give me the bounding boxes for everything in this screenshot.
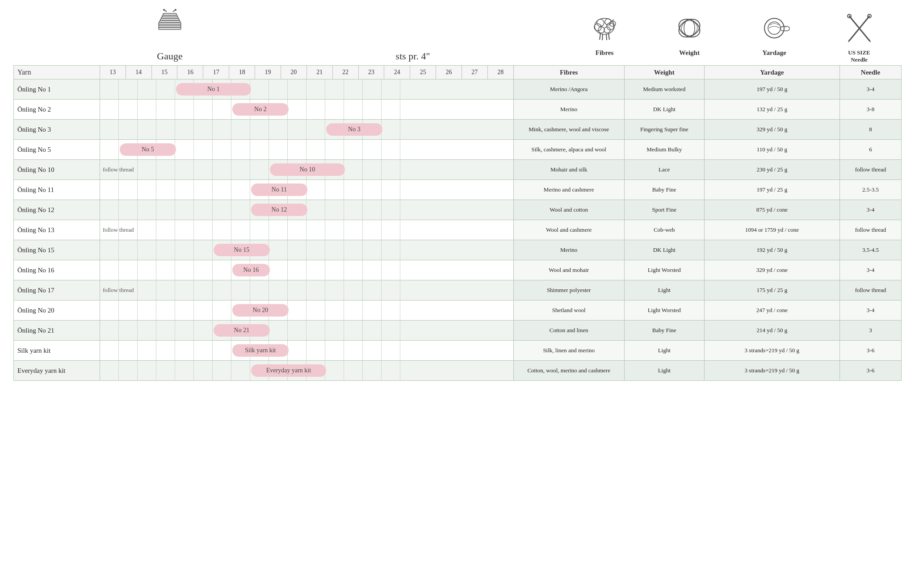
gauge-bar-cell: No 11 xyxy=(100,180,513,200)
td-weight: Light xyxy=(624,361,704,381)
td-needle: 3-4 xyxy=(839,260,901,280)
td-fibres: Wool and mohair xyxy=(513,260,624,280)
th-21: 21 xyxy=(306,66,332,79)
sts-label: sts pr. 4" xyxy=(264,50,562,62)
th-16: 16 xyxy=(177,66,203,79)
td-yarn: Önling No 17 xyxy=(14,280,100,300)
gauge-bar-cell: No 5 xyxy=(100,140,513,160)
svg-line-23 xyxy=(602,34,603,40)
header-labels-row: Gauge sts pr. 4" Fibres Weight Yardage U… xyxy=(13,49,902,63)
svg-rect-8 xyxy=(159,28,181,29)
th-22: 22 xyxy=(332,66,358,79)
td-fibres: Shimmer polyester xyxy=(513,280,624,300)
table-row: Everyday yarn kitEveryday yarn kitCotton… xyxy=(14,361,902,381)
td-needle: follow thread xyxy=(839,160,901,180)
svg-line-22 xyxy=(600,33,600,40)
td-yarn: Önling No 5 xyxy=(14,140,100,160)
svg-point-11 xyxy=(163,9,165,11)
needle-header: US SIZE Needle xyxy=(817,49,902,63)
gauge-bar-cell: No 16 xyxy=(100,260,513,280)
th-fibres: Fibres xyxy=(513,66,624,79)
svg-point-12 xyxy=(175,9,176,11)
svg-line-25 xyxy=(609,33,609,40)
td-needle: 3-6 xyxy=(839,361,901,381)
td-yardage: 230 yd / 25 g xyxy=(704,160,839,180)
td-fibres: Silk, cashmere, alpaca and wool xyxy=(513,140,624,160)
main-table: Yarn 13 14 15 16 17 18 19 20 21 22 23 24… xyxy=(13,65,902,381)
table-row: Önling No 3No 3Mink, cashmere, wool and … xyxy=(14,120,902,140)
td-weight: Sport Fine xyxy=(624,200,704,220)
table-row: Önling No 21No 21Cotton and linenBaby Fi… xyxy=(14,321,902,341)
td-fibres: Mink, cashmere, wool and viscose xyxy=(513,120,624,140)
gauge-bar-cell: No 21 xyxy=(100,321,513,341)
th-20: 20 xyxy=(281,66,306,79)
th-15: 15 xyxy=(151,66,177,79)
td-yardage: 329 yd / 50 g xyxy=(704,120,839,140)
td-needle: follow thread xyxy=(839,280,901,300)
table-row: Önling No 10follow threadNo 10Mohair and… xyxy=(14,160,902,180)
td-needle: 3-6 xyxy=(839,341,901,361)
td-yardage: 175 yd / 25 g xyxy=(704,280,839,300)
gauge-bar: No 5 xyxy=(120,143,176,156)
th-26: 26 xyxy=(436,66,462,79)
td-yardage: 329 yd / cone xyxy=(704,260,839,280)
td-yarn: Silk yarn kit xyxy=(14,341,100,361)
td-yardage: 197 yd / 25 g xyxy=(704,180,839,200)
weight-header: Weight xyxy=(647,49,732,63)
gauge-bar-cell: No 2 xyxy=(100,100,513,120)
gauge-bar-cell: No 15 xyxy=(100,240,513,260)
svg-rect-32 xyxy=(781,26,789,31)
td-weight: Fingering Super fine xyxy=(624,120,704,140)
table-row: Önling No 12No 12Wool and cottonSport Fi… xyxy=(14,200,902,220)
td-needle: 3-4 xyxy=(839,300,901,321)
td-fibres: Wool and cashmere xyxy=(513,220,624,240)
td-weight: Lace xyxy=(624,160,704,180)
gauge-bar: No 2 xyxy=(232,103,289,116)
right-labels: Fibres Weight Yardage US SIZE Needle xyxy=(562,49,902,63)
th-28: 28 xyxy=(487,66,513,79)
td-yarn: Önling No 11 xyxy=(14,180,100,200)
td-fibres: Merino xyxy=(513,100,624,120)
svg-line-41 xyxy=(869,40,870,42)
table-row: Önling No 11No 11Merino and cashmereBaby… xyxy=(14,180,902,200)
table-row: Silk yarn kitSilk yarn kitSilk, linen an… xyxy=(14,341,902,361)
gauge-bar-cell: No 1 xyxy=(100,79,513,100)
td-fibres: Cotton, wool, merino and cashmere xyxy=(513,361,624,381)
th-19: 19 xyxy=(255,66,281,79)
gauge-bar-cell: follow thread xyxy=(100,220,513,240)
table-row: Önling No 15No 15MerinoDK Light192 yd / … xyxy=(14,240,902,260)
td-fibres: Mohair and silk xyxy=(513,160,624,180)
gauge-bar-cell: No 12 xyxy=(100,200,513,220)
td-needle: 8 xyxy=(839,120,901,140)
td-fibres: Merino and cashmere xyxy=(513,180,624,200)
td-yarn: Önling No 1 xyxy=(14,79,100,100)
th-weight: Weight xyxy=(624,66,704,79)
sheep-icon xyxy=(586,9,624,49)
td-weight: Medium worksted xyxy=(624,79,704,100)
gauge-bar: Silk yarn kit xyxy=(232,344,289,357)
td-weight: Medium Bulky xyxy=(624,140,704,160)
th-14: 14 xyxy=(126,66,151,79)
td-fibres: Merino xyxy=(513,240,624,260)
th-17: 17 xyxy=(203,66,229,79)
th-13: 13 xyxy=(100,66,126,79)
td-weight: DK Light xyxy=(624,100,704,120)
gauge-bar: No 11 xyxy=(251,183,307,196)
td-yardage: 247 yd / cone xyxy=(704,300,839,321)
gauge-bar: No 15 xyxy=(214,244,270,256)
td-yarn: Everyday yarn kit xyxy=(14,361,100,381)
gauge-bar-cell: Everyday yarn kit xyxy=(100,361,513,381)
table-header-row: Yarn 13 14 15 16 17 18 19 20 21 22 23 24… xyxy=(14,66,902,79)
gauge-icon-area xyxy=(76,9,264,49)
gauge-bar-cell: follow thread xyxy=(100,280,513,300)
crossed-needles-icon xyxy=(840,9,878,49)
th-yardage: Yardage xyxy=(704,66,839,79)
td-weight: Light xyxy=(624,280,704,300)
gauge-bar-cell: No 3 xyxy=(100,120,513,140)
gauge-bar: Everyday yarn kit xyxy=(251,364,326,377)
gauge-bar: No 10 xyxy=(270,163,345,176)
td-weight: Light Worsted xyxy=(624,260,704,280)
td-fibres: Wool and cotton xyxy=(513,200,624,220)
gauge-label: Gauge xyxy=(76,50,264,62)
td-yardage: 110 yd / 50 g xyxy=(704,140,839,160)
